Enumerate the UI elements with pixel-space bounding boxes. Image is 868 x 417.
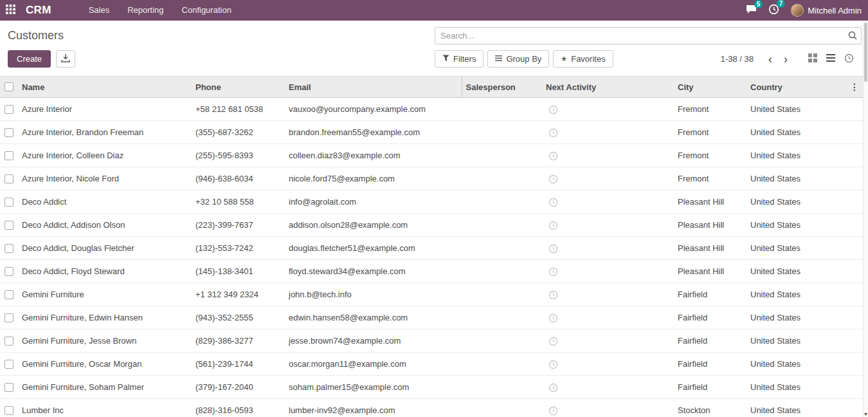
cell-email[interactable]: nicole.ford75@example.com [285, 167, 462, 190]
cell-phone[interactable]: (355)-687-3262 [192, 121, 285, 144]
row-checkbox[interactable] [5, 267, 14, 276]
cell-email[interactable]: colleen.diaz83@example.com [285, 144, 462, 167]
column-header-phone[interactable]: Phone [192, 77, 285, 98]
pager-next-button[interactable]: › [778, 50, 793, 68]
cell-email[interactable]: vauxoo@yourcompany.example.com [285, 98, 462, 121]
cell-phone[interactable]: (943)-352-2555 [192, 306, 285, 329]
create-button[interactable]: Create [8, 50, 51, 68]
cell-email[interactable]: jesse.brown74@example.com [285, 329, 462, 353]
row-checkbox[interactable] [5, 337, 14, 346]
row-checkbox[interactable] [5, 244, 14, 253]
apps-menu-button[interactable] [0, 0, 21, 21]
menu-reporting[interactable]: Reporting [118, 0, 172, 21]
cell-country[interactable]: United States [746, 306, 846, 329]
cell-country[interactable]: United States [746, 144, 846, 167]
cell-country[interactable]: United States [746, 329, 846, 353]
cell-country[interactable]: United States [746, 283, 846, 306]
row-checkbox[interactable] [5, 360, 14, 369]
cell-city[interactable]: Fairfield [674, 306, 746, 329]
cell-salesperson[interactable] [462, 353, 542, 376]
table-row[interactable]: Azure Interior, Brandon Freeman (355)-68… [0, 121, 863, 144]
pager-previous-button[interactable]: ‹ [763, 50, 778, 68]
menu-sales[interactable]: Sales [80, 0, 119, 21]
scrollbar-thumb[interactable] [864, 23, 867, 82]
cell-phone[interactable]: (255)-595-8393 [192, 144, 285, 167]
cell-next-activity[interactable] [542, 399, 674, 417]
table-row[interactable]: Deco Addict, Floyd Steward (145)-138-340… [0, 260, 863, 283]
cell-salesperson[interactable] [462, 214, 542, 237]
row-checkbox[interactable] [5, 174, 14, 183]
activities-button[interactable]: 7 [768, 4, 779, 17]
cell-phone[interactable]: (145)-138-3401 [192, 260, 285, 283]
search-input[interactable] [435, 27, 862, 44]
table-row[interactable]: Deco Addict +32 10 588 558 info@agrolait… [0, 190, 863, 214]
cell-salesperson[interactable] [462, 376, 542, 399]
scroll-down-arrow[interactable]: ▼ [863, 412, 868, 416]
row-checkbox[interactable] [5, 151, 14, 160]
table-row[interactable]: Lumber Inc (828)-316-0593 lumber-inv92@e… [0, 399, 863, 417]
cell-salesperson[interactable] [462, 98, 542, 121]
cell-name[interactable]: Deco Addict, Addison Olson [18, 214, 192, 237]
cell-phone[interactable]: (829)-386-3277 [192, 329, 285, 353]
activity-view-button[interactable] [840, 50, 858, 68]
cell-salesperson[interactable] [462, 144, 542, 167]
cell-name[interactable]: Lumber Inc [18, 399, 192, 417]
cell-name[interactable]: Gemini Furniture, Oscar Morgan [18, 353, 192, 376]
list-view-button[interactable] [822, 50, 840, 68]
table-row[interactable]: Gemini Furniture, Edwin Hansen (943)-352… [0, 306, 863, 329]
cell-country[interactable]: United States [746, 399, 846, 417]
cell-email[interactable]: info@agrolait.com [285, 190, 462, 214]
table-row[interactable]: Gemini Furniture, Soham Palmer (379)-167… [0, 376, 863, 399]
app-name[interactable]: CRM [26, 4, 51, 17]
cell-email[interactable]: edwin.hansen58@example.com [285, 306, 462, 329]
cell-name[interactable]: Gemini Furniture, Jesse Brown [18, 329, 192, 353]
cell-next-activity[interactable] [542, 144, 674, 167]
vertical-scrollbar[interactable]: ▼ [863, 21, 868, 417]
cell-next-activity[interactable] [542, 121, 674, 144]
filters-button[interactable]: Filters [435, 50, 484, 68]
cell-city[interactable]: Fremont [674, 98, 746, 121]
cell-next-activity[interactable] [542, 237, 674, 260]
cell-country[interactable]: United States [746, 237, 846, 260]
search-icon[interactable] [848, 31, 857, 42]
cell-city[interactable]: Fremont [674, 167, 746, 190]
cell-email[interactable]: oscar.morgan11@example.com [285, 353, 462, 376]
cell-email[interactable]: floyd.steward34@example.com [285, 260, 462, 283]
cell-city[interactable]: Fairfield [674, 329, 746, 353]
table-row[interactable]: Gemini Furniture +1 312 349 2324 john.b@… [0, 283, 863, 306]
cell-name[interactable]: Deco Addict, Floyd Steward [18, 260, 192, 283]
cell-salesperson[interactable] [462, 283, 542, 306]
cell-name[interactable]: Deco Addict [18, 190, 192, 214]
cell-phone[interactable]: (946)-638-6034 [192, 167, 285, 190]
menu-configuration[interactable]: Configuration [173, 0, 240, 21]
group-by-button[interactable]: Group By [487, 50, 549, 68]
table-row[interactable]: Deco Addict, Addison Olson (223)-399-763… [0, 214, 863, 237]
cell-phone[interactable]: +32 10 588 558 [192, 190, 285, 214]
row-checkbox[interactable] [5, 128, 14, 137]
messages-button[interactable]: 5 [746, 5, 757, 16]
row-checkbox[interactable] [5, 105, 14, 114]
cell-city[interactable]: Stockton [674, 399, 746, 417]
cell-country[interactable]: United States [746, 260, 846, 283]
cell-phone[interactable]: (379)-167-2040 [192, 376, 285, 399]
cell-next-activity[interactable] [542, 283, 674, 306]
cell-email[interactable]: douglas.fletcher51@example.com [285, 237, 462, 260]
row-checkbox[interactable] [5, 290, 14, 299]
cell-next-activity[interactable] [542, 329, 674, 353]
cell-next-activity[interactable] [542, 260, 674, 283]
cell-email[interactable]: addison.olson28@example.com [285, 214, 462, 237]
table-row[interactable]: Azure Interior, Nicole Ford (946)-638-60… [0, 167, 863, 190]
table-row[interactable]: Azure Interior, Colleen Diaz (255)-595-8… [0, 144, 863, 167]
cell-city[interactable]: Pleasant Hill [674, 260, 746, 283]
export-button[interactable] [56, 50, 75, 68]
cell-city[interactable]: Pleasant Hill [674, 214, 746, 237]
cell-country[interactable]: United States [746, 167, 846, 190]
cell-next-activity[interactable] [542, 167, 674, 190]
table-row[interactable]: Gemini Furniture, Oscar Morgan (561)-239… [0, 353, 863, 376]
cell-country[interactable]: United States [746, 190, 846, 214]
cell-country[interactable]: United States [746, 214, 846, 237]
cell-email[interactable]: soham.palmer15@example.com [285, 376, 462, 399]
cell-phone[interactable]: +1 312 349 2324 [192, 283, 285, 306]
cell-country[interactable]: United States [746, 376, 846, 399]
cell-salesperson[interactable] [462, 260, 542, 283]
